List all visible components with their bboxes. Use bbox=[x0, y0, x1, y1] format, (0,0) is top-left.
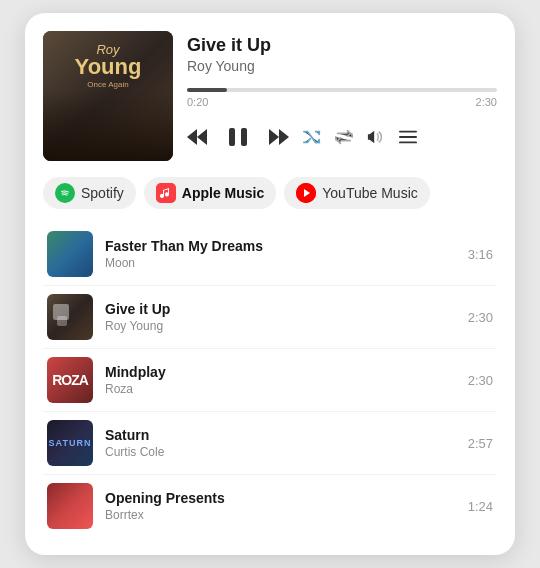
album-text-once: Once Again bbox=[87, 80, 128, 89]
track-name-4: Saturn bbox=[105, 427, 456, 443]
svg-rect-8 bbox=[399, 142, 417, 144]
forward-button[interactable] bbox=[269, 129, 289, 145]
track-name-1: Faster Than My Dreams bbox=[105, 238, 456, 254]
track-thumbnail-1 bbox=[47, 231, 93, 277]
progress-bar-fill bbox=[187, 88, 227, 92]
shuffle-button[interactable] bbox=[303, 130, 321, 144]
total-time: 2:30 bbox=[476, 96, 497, 108]
track-details-3: Mindplay Roza bbox=[105, 364, 456, 396]
track-duration-3: 2:30 bbox=[468, 373, 493, 388]
repeat-button[interactable] bbox=[335, 129, 353, 145]
track-duration-4: 2:57 bbox=[468, 436, 493, 451]
tab-spotify[interactable]: Spotify bbox=[43, 177, 136, 209]
track-name-5: Opening Presents bbox=[105, 490, 456, 506]
track-item[interactable]: Give it Up Roy Young 2:30 bbox=[43, 286, 497, 349]
track-duration-2: 2:30 bbox=[468, 310, 493, 325]
queue-button[interactable] bbox=[399, 129, 417, 145]
track-artist-1: Moon bbox=[105, 256, 456, 270]
track-item[interactable]: Opening Presents Borrtex 1:24 bbox=[43, 475, 497, 537]
progress-times: 0:20 2:30 bbox=[187, 96, 497, 108]
track-details-5: Opening Presents Borrtex bbox=[105, 490, 456, 522]
rewind-button[interactable] bbox=[187, 129, 207, 145]
svg-rect-6 bbox=[399, 131, 417, 133]
pause-button[interactable] bbox=[221, 120, 255, 154]
svg-marker-4 bbox=[269, 129, 279, 145]
track-name-2: Give it Up bbox=[105, 301, 456, 317]
svg-marker-5 bbox=[279, 129, 289, 145]
tab-youtube-music[interactable]: YouTube Music bbox=[284, 177, 429, 209]
track-thumbnail-3: ROZA bbox=[47, 357, 93, 403]
svg-rect-3 bbox=[241, 128, 247, 146]
track-duration-5: 1:24 bbox=[468, 499, 493, 514]
svg-rect-7 bbox=[399, 136, 417, 138]
music-player-card: Roy Young Once Again Give it Up Roy Youn… bbox=[25, 13, 515, 555]
svg-marker-0 bbox=[187, 129, 197, 145]
apple-music-label: Apple Music bbox=[182, 185, 264, 201]
track-duration-1: 3:16 bbox=[468, 247, 493, 262]
now-playing-section: Roy Young Once Again Give it Up Roy Youn… bbox=[43, 31, 497, 161]
playback-controls bbox=[187, 120, 497, 154]
track-info: Give it Up Roy Young 0:20 2:30 bbox=[187, 31, 497, 161]
track-item[interactable]: SATURN Saturn Curtis Cole 2:57 bbox=[43, 412, 497, 475]
track-details-4: Saturn Curtis Cole bbox=[105, 427, 456, 459]
track-artist-4: Curtis Cole bbox=[105, 445, 456, 459]
track-thumbnail-4: SATURN bbox=[47, 420, 93, 466]
track-artist-5: Borrtex bbox=[105, 508, 456, 522]
apple-music-icon bbox=[156, 183, 176, 203]
track-item[interactable]: ROZA Mindplay Roza 2:30 bbox=[43, 349, 497, 412]
track-item[interactable]: Faster Than My Dreams Moon 3:16 bbox=[43, 223, 497, 286]
track-list: Faster Than My Dreams Moon 3:16 Give it … bbox=[43, 223, 497, 537]
service-tabs: Spotify Apple Music YouTube Music bbox=[43, 177, 497, 209]
youtube-music-label: YouTube Music bbox=[322, 185, 417, 201]
album-art: Roy Young Once Again bbox=[43, 31, 173, 161]
track-details-2: Give it Up Roy Young bbox=[105, 301, 456, 333]
track-artist: Roy Young bbox=[187, 58, 497, 74]
spotify-label: Spotify bbox=[81, 185, 124, 201]
progress-bar-container[interactable] bbox=[187, 88, 497, 92]
track-artist-2: Roy Young bbox=[105, 319, 456, 333]
svg-rect-2 bbox=[229, 128, 235, 146]
volume-button[interactable] bbox=[367, 129, 385, 145]
spotify-icon bbox=[55, 183, 75, 203]
track-name-3: Mindplay bbox=[105, 364, 456, 380]
current-time: 0:20 bbox=[187, 96, 208, 108]
track-details-1: Faster Than My Dreams Moon bbox=[105, 238, 456, 270]
track-thumbnail-5 bbox=[47, 483, 93, 529]
youtube-music-icon bbox=[296, 183, 316, 203]
progress-section: 0:20 2:30 bbox=[187, 88, 497, 108]
track-title: Give it Up bbox=[187, 35, 497, 56]
track-artist-3: Roza bbox=[105, 382, 456, 396]
tab-apple-music[interactable]: Apple Music bbox=[144, 177, 276, 209]
album-text-young: Young bbox=[75, 56, 142, 78]
track-thumbnail-2 bbox=[47, 294, 93, 340]
svg-marker-1 bbox=[197, 129, 207, 145]
